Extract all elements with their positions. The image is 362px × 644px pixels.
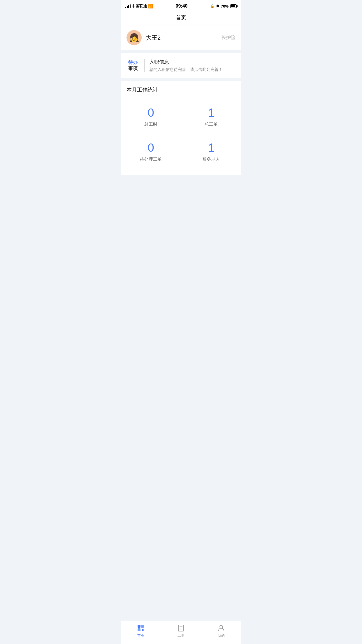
stat-pending-orders: 0 待处理工单 xyxy=(121,134,181,169)
stats-grid: 0 总工时 1 总工单 0 待处理工单 1 服务老人 xyxy=(121,96,241,175)
user-info: 👧 大王2 xyxy=(126,30,161,45)
todo-title: 入职信息 xyxy=(149,59,223,65)
stats-title: 本月工作统计 xyxy=(126,86,236,93)
battery-percent: 70% xyxy=(221,4,229,8)
status-left: 中国联通 📶 xyxy=(125,4,153,9)
user-name: 大王2 xyxy=(146,34,161,42)
stat-total-orders-value: 1 xyxy=(208,106,214,119)
todo-label-top: 待办 xyxy=(128,60,138,66)
status-time: 09:40 xyxy=(176,4,188,9)
bluetooth-icon: ✱ xyxy=(216,4,219,8)
stat-pending-orders-value: 0 xyxy=(147,141,154,154)
todo-label: 待办 事项 xyxy=(126,59,139,72)
user-header: 👧 大王2 长护险 xyxy=(121,25,241,50)
todo-divider xyxy=(144,59,145,72)
todo-description: 您的入职信息待完善，请点击此处完善！ xyxy=(149,67,223,72)
main-content: 👧 大王2 长护险 待办 事项 入职信息 您的入职信息待完善，请点击此处完善！ … xyxy=(121,25,241,198)
stats-header: 本月工作统计 xyxy=(121,81,241,96)
todo-content: 入职信息 您的入职信息待完善，请点击此处完善！ xyxy=(149,59,223,72)
stat-total-orders: 1 总工单 xyxy=(181,99,241,134)
nav-bar: 首页 xyxy=(121,11,241,25)
status-right: 🔒 ✱ 70% xyxy=(210,4,237,8)
lock-icon: 🔒 xyxy=(210,4,215,8)
wifi-icon: 📶 xyxy=(148,4,153,8)
avatar-emoji: 👧 xyxy=(129,33,139,43)
todo-label-bottom: 事项 xyxy=(128,66,138,72)
avatar: 👧 xyxy=(126,30,142,45)
status-bar: 中国联通 📶 09:40 🔒 ✱ 70% xyxy=(121,0,241,11)
stat-total-hours: 0 总工时 xyxy=(121,99,181,134)
stat-served-elderly-label: 服务老人 xyxy=(203,157,220,162)
page-title: 首页 xyxy=(176,15,186,20)
todo-card[interactable]: 待办 事项 入职信息 您的入职信息待完善，请点击此处完善！ xyxy=(121,53,241,78)
insurance-link[interactable]: 长护险 xyxy=(222,35,236,41)
signal-icon xyxy=(125,4,131,8)
stat-served-elderly: 1 服务老人 xyxy=(181,134,241,169)
stat-total-hours-label: 总工时 xyxy=(144,122,157,127)
stat-total-hours-value: 0 xyxy=(147,106,154,119)
stat-served-elderly-value: 1 xyxy=(208,141,214,154)
carrier-name: 中国联通 xyxy=(132,4,147,9)
battery-icon xyxy=(230,4,237,8)
stat-pending-orders-label: 待处理工单 xyxy=(140,157,162,162)
battery-fill xyxy=(231,5,235,7)
stat-total-orders-label: 总工单 xyxy=(205,122,218,127)
